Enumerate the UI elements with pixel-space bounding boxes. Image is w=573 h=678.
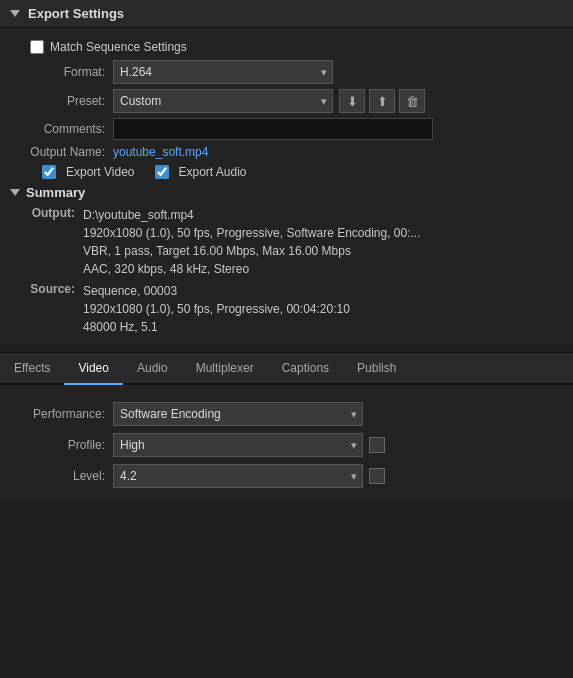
profile-checkbox[interactable] [369,437,385,453]
export-settings-title: Export Settings [28,6,124,21]
export-audio-checkbox[interactable] [155,165,169,179]
summary-header: Summary [10,185,563,200]
level-row: Level: 4.2 4.1 4.0 3.1 [10,464,563,488]
export-checkboxes-row: Export Video Export Audio [42,165,563,179]
output-name-label: Output Name: [10,145,105,159]
tab-effects[interactable]: Effects [0,353,64,385]
tabs-bar: Effects Video Audio Multiplexer Captions… [0,352,573,385]
level-checkbox[interactable] [369,468,385,484]
export-video-label[interactable]: Export Video [42,165,135,179]
delete-preset-button[interactable]: 🗑 [399,89,425,113]
summary-output-key: Output: [10,206,75,278]
summary-output-values: D:\youtube_soft.mp4 1920x1080 (1.0), 50 … [83,206,421,278]
preset-row: Preset: Custom High Quality 1080p HD Mat… [10,89,563,113]
output-name-link[interactable]: youtube_soft.mp4 [113,145,208,159]
format-label: Format: [10,65,105,79]
preset-icon-group: ⬇ ⬆ 🗑 [339,89,425,113]
match-sequence-checkbox[interactable] [30,40,44,54]
summary-source-key: Source: [10,282,75,336]
preset-select-wrapper[interactable]: Custom High Quality 1080p HD Match Sourc… [113,89,333,113]
format-select-wrapper[interactable]: H.264 H.265 MP4 MOV [113,60,333,84]
import-preset-button[interactable]: ⬆ [369,89,395,113]
summary-output-row: Output: D:\youtube_soft.mp4 1920x1080 (1… [10,206,563,278]
match-sequence-label[interactable]: Match Sequence Settings [50,40,187,54]
comments-row: Comments: [10,118,563,140]
match-sequence-row: Match Sequence Settings [30,40,563,54]
level-select[interactable]: 4.2 4.1 4.0 3.1 [113,464,363,488]
performance-select[interactable]: Software Encoding Hardware Encoding [113,402,363,426]
preset-label: Preset: [10,94,105,108]
summary-source-row: Source: Sequence, 00003 1920x1080 (1.0),… [10,282,563,336]
tab-video[interactable]: Video [64,353,122,385]
format-row: Format: H.264 H.265 MP4 MOV [10,60,563,84]
summary-section: Summary Output: D:\youtube_soft.mp4 1920… [10,185,563,336]
save-preset-button[interactable]: ⬇ [339,89,365,113]
tab-multiplexer[interactable]: Multiplexer [182,353,268,385]
export-video-checkbox[interactable] [42,165,56,179]
profile-select[interactable]: High Main Baseline [113,433,363,457]
performance-label: Performance: [10,407,105,421]
summary-source-values: Sequence, 00003 1920x1080 (1.0), 50 fps,… [83,282,350,336]
performance-select-wrapper[interactable]: Software Encoding Hardware Encoding [113,402,363,426]
profile-select-wrapper[interactable]: High Main Baseline [113,433,363,457]
tab-audio[interactable]: Audio [123,353,182,385]
tab-captions[interactable]: Captions [268,353,343,385]
video-settings-panel: Performance: Software Encoding Hardware … [0,385,573,501]
level-label: Level: [10,469,105,483]
performance-row: Performance: Software Encoding Hardware … [10,402,563,426]
comments-input[interactable] [113,118,433,140]
export-settings-header: Export Settings [0,0,573,28]
output-name-row: Output Name: youtube_soft.mp4 [10,145,563,159]
preset-select[interactable]: Custom High Quality 1080p HD Match Sourc… [113,89,333,113]
profile-label: Profile: [10,438,105,452]
comments-label: Comments: [10,122,105,136]
level-select-wrapper[interactable]: 4.2 4.1 4.0 3.1 [113,464,363,488]
tab-publish[interactable]: Publish [343,353,410,385]
format-select[interactable]: H.264 H.265 MP4 MOV [113,60,333,84]
summary-title: Summary [26,185,85,200]
export-settings-panel: Match Sequence Settings Format: H.264 H.… [0,28,573,344]
summary-triangle-icon[interactable] [10,189,20,196]
collapse-triangle-icon[interactable] [10,10,20,17]
profile-row: Profile: High Main Baseline [10,433,563,457]
export-audio-label[interactable]: Export Audio [155,165,247,179]
